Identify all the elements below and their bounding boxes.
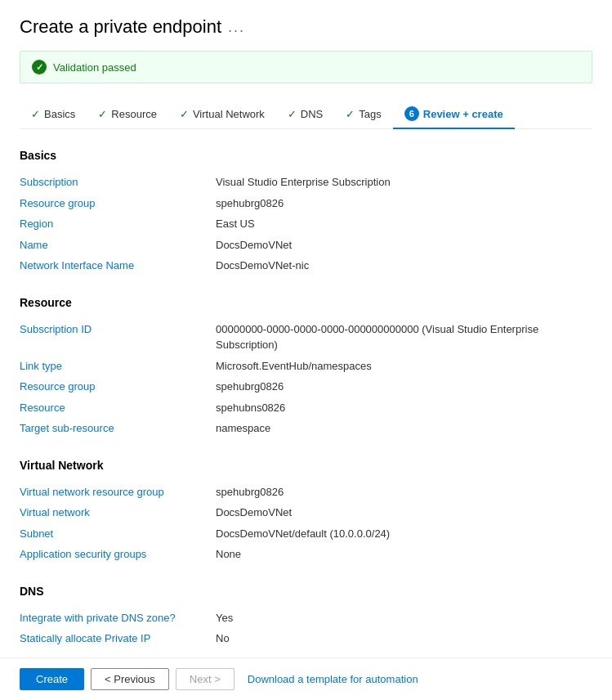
tab-resource-check: ✓ [98,108,107,120]
validation-banner: Validation passed [20,51,592,83]
field-target-sub-resource: Target sub-resource namespace [20,418,592,439]
field-region-label: Region [20,216,216,232]
field-vnet-resource-group-value: spehubrg0826 [216,484,592,500]
field-resource-value: spehubns0826 [216,400,592,416]
basics-section: Basics Subscription Visual Studio Enterp… [20,149,592,276]
field-subscription-label: Subscription [20,174,216,191]
field-name: Name DocsDemoVNet [20,235,592,256]
tab-virtual-network[interactable]: ✓ Virtual Network [168,101,276,128]
basics-section-title: Basics [20,149,592,162]
field-network-interface-label: Network Interface Name [20,258,216,274]
footer: Create < Previous Next > Download a temp… [0,657,612,700]
download-template-link[interactable]: Download a template for automation [248,673,418,685]
field-resource-group: Resource group spehubrg0826 [20,193,592,214]
tab-tags-check: ✓ [346,108,355,120]
field-link-type: Link type Microsoft.EventHub/namespaces [20,356,592,377]
field-subscription-value: Visual Studio Enterprise Subscription [216,174,592,191]
field-subscription-id-label: Subscription ID [20,321,216,338]
tab-review-badge: 6 [404,106,419,121]
field-vnet-resource-group-label: Virtual network resource group [20,484,216,500]
dns-section: DNS Integrate with private DNS zone? Yes… [20,585,592,649]
tab-virtual-network-check: ✓ [180,108,189,120]
tab-basics[interactable]: ✓ Basics [20,101,87,128]
dns-section-title: DNS [20,585,592,598]
field-subnet-value: DocsDemoVNet/default (10.0.0.0/24) [216,526,592,542]
field-vnet-resource-group: Virtual network resource group spehubrg0… [20,482,592,503]
create-button[interactable]: Create [20,668,84,690]
field-name-value: DocsDemoVNet [216,237,592,254]
tab-dns[interactable]: ✓ DNS [276,101,334,128]
field-virtual-network-label: Virtual network [20,505,216,521]
field-link-type-value: Microsoft.EventHub/namespaces [216,358,592,375]
field-resource-label: Resource [20,400,216,416]
field-target-sub-resource-value: namespace [216,420,592,437]
field-static-ip-value: No [216,630,592,647]
field-target-sub-resource-label: Target sub-resource [20,420,216,437]
field-region-value: East US [216,216,592,232]
field-network-interface-name: Network Interface Name DocsDemoVNet-nic [20,255,592,276]
tab-review-create[interactable]: 6 Review + create [393,100,515,129]
field-subnet: Subnet DocsDemoVNet/default (10.0.0.0/24… [20,523,592,545]
field-app-security-groups: Application security groups None [20,544,592,565]
tab-dns-check: ✓ [288,108,297,120]
tab-virtual-network-label: Virtual Network [193,108,265,120]
field-static-ip: Statically allocate Private IP No [20,628,592,649]
tab-basics-label: Basics [44,108,75,120]
field-integrate-dns: Integrate with private DNS zone? Yes [20,608,592,629]
field-resource: Resource spehubns0826 [20,397,592,419]
virtual-network-section-title: Virtual Network [20,459,592,472]
field-subnet-label: Subnet [20,526,216,542]
field-virtual-network-value: DocsDemoVNet [216,505,592,521]
tab-dns-label: DNS [301,108,323,120]
tab-tags-label: Tags [359,108,381,120]
tabs-bar: ✓ Basics ✓ Resource ✓ Virtual Network ✓ … [20,100,592,129]
field-virtual-network: Virtual network DocsDemoVNet [20,502,592,523]
field-name-label: Name [20,237,216,254]
field-resource-group-res: Resource group spehubrg0826 [20,376,592,397]
page-title: Create a private endpoint [20,16,221,38]
field-integrate-dns-value: Yes [216,610,592,626]
field-static-ip-label: Statically allocate Private IP [20,630,216,647]
tab-resource-label: Resource [111,108,157,120]
resource-section: Resource Subscription ID 00000000-0000-0… [20,296,592,439]
next-button[interactable]: Next > [176,668,235,690]
resource-section-title: Resource [20,296,592,309]
field-integrate-dns-label: Integrate with private DNS zone? [20,610,216,626]
field-resource-group-label: Resource group [20,195,216,212]
field-resource-group-value: spehubrg0826 [216,195,592,212]
field-app-security-groups-value: None [216,546,592,563]
field-resource-group-res-value: spehubrg0826 [216,379,592,395]
field-subscription: Subscription Visual Studio Enterprise Su… [20,172,592,193]
tab-review-create-label: Review + create [423,108,503,120]
previous-button[interactable]: < Previous [91,668,169,690]
tab-tags[interactable]: ✓ Tags [334,101,392,128]
validation-check-icon [32,60,47,74]
validation-text: Validation passed [53,61,136,74]
field-link-type-label: Link type [20,358,216,375]
field-region: Region East US [20,213,592,235]
field-app-security-groups-label: Application security groups [20,546,216,563]
tab-basics-check: ✓ [31,108,40,120]
virtual-network-section: Virtual Network Virtual network resource… [20,459,592,565]
tab-resource[interactable]: ✓ Resource [87,101,168,128]
field-subscription-id: Subscription ID 00000000-0000-0000-0000-… [20,319,592,356]
field-network-interface-value: DocsDemoVNet-nic [216,258,592,274]
field-resource-group-res-label: Resource group [20,379,216,395]
field-subscription-id-value: 00000000-0000-0000-0000-000000000000 (Vi… [216,321,592,353]
page-title-ellipsis: ... [228,19,245,36]
